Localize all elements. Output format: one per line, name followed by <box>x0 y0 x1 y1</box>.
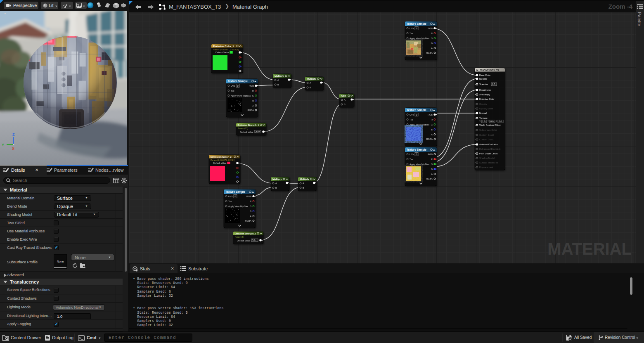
svg-text:RGB: RGB <box>249 85 254 87</box>
svg-text:Multiply: Multiply <box>307 78 316 80</box>
svg-text:M_FANTASYBOX_T3: M_FANTASYBOX_T3 <box>476 69 499 71</box>
svg-text:0: 0 <box>416 153 417 156</box>
svg-text:UVs: UVs <box>410 114 414 116</box>
svg-text:Z: Z <box>496 120 497 123</box>
svg-text:G: G <box>250 205 251 208</box>
svg-text:Base Color: Base Color <box>479 74 490 76</box>
svg-text:Texture Sample: Texture Sample <box>225 190 245 194</box>
svg-text:Multiply: Multiply <box>300 178 309 180</box>
svg-text:Emission Strength_2: Emission Strength_2 <box>235 232 256 235</box>
svg-text:B: B <box>431 42 433 45</box>
svg-text:Opacity: Opacity <box>479 103 487 105</box>
svg-text:Texture Sample: Texture Sample <box>228 80 248 83</box>
svg-text:0: 0 <box>237 85 239 87</box>
svg-text:Default Value: Default Value <box>237 239 251 242</box>
svg-text:B: B <box>310 86 311 89</box>
svg-text:G: G <box>431 163 433 166</box>
svg-text:Tex: Tex <box>410 158 413 161</box>
svg-text:RGB: RGB <box>428 153 433 156</box>
svg-text:Anisotropy: Anisotropy <box>479 93 490 96</box>
svg-text:Default Value: Default Value <box>240 131 253 133</box>
svg-text:A: A <box>344 99 346 101</box>
svg-text:Multiply: Multiply <box>272 178 282 180</box>
svg-text:Apply View MipBias: Apply View MipBias <box>231 95 251 97</box>
svg-text:0.0: 0.0 <box>499 120 502 123</box>
svg-text:R: R <box>431 118 433 121</box>
svg-text:0.5: 0.5 <box>492 83 495 85</box>
svg-text:Apply View MipBias: Apply View MipBias <box>410 123 429 126</box>
svg-text:A: A <box>431 47 433 50</box>
svg-text:Add: Add <box>341 95 346 97</box>
svg-text:B: B <box>303 187 304 189</box>
svg-text:RGBA: RGBA <box>245 220 251 222</box>
svg-text:A: A <box>277 79 279 81</box>
svg-text:Apply View MipBias: Apply View MipBias <box>410 37 429 40</box>
svg-text:R: R <box>252 90 254 92</box>
svg-text:G: G <box>431 123 433 126</box>
svg-text:Tex: Tex <box>228 200 232 203</box>
svg-text:Refraction (Disabled): Refraction (Disabled) <box>479 148 501 150</box>
svg-text:X: X <box>12 147 14 151</box>
svg-text:A: A <box>431 173 433 175</box>
svg-text:World Position Offset: World Position Offset <box>479 124 501 126</box>
svg-text:0.0: 0.0 <box>490 120 494 123</box>
svg-text:A: A <box>431 133 433 136</box>
svg-text:Param (25): Param (25) <box>238 127 248 130</box>
svg-text:Param (1,0.00672,0.024,1): Param (1,0.00672,0.024,1) <box>211 159 235 161</box>
svg-text:Custom Data1: Custom Data1 <box>479 138 494 141</box>
svg-text:RGB: RGB <box>428 114 433 116</box>
svg-text:B: B <box>250 210 251 213</box>
svg-text:Apply View MipBias: Apply View MipBias <box>410 163 429 166</box>
svg-text:B: B <box>252 99 254 102</box>
svg-text:A: A <box>250 215 251 218</box>
svg-text:RGBA: RGBA <box>426 177 433 180</box>
svg-text:0: 0 <box>416 114 417 116</box>
svg-text:Specular: Specular <box>479 83 488 85</box>
svg-text:Normal: Normal <box>479 112 487 114</box>
svg-text:Ambient Occlusion: Ambient Occlusion <box>479 143 498 146</box>
svg-text:Emission Color_1: Emission Color_1 <box>213 45 234 47</box>
svg-text:B: B <box>275 187 277 189</box>
svg-text:Emission Strength_1: Emission Strength_1 <box>238 124 259 126</box>
svg-text:RGB: RGB <box>428 27 433 30</box>
svg-text:Emissive Color: Emissive Color <box>479 98 495 100</box>
svg-text:Metallic: Metallic <box>479 78 487 80</box>
svg-text:R: R <box>431 32 433 35</box>
svg-text:25.0: 25.0 <box>255 130 260 133</box>
svg-text:G: G <box>431 37 433 40</box>
svg-text:UVs: UVs <box>410 153 414 156</box>
svg-text:Tex: Tex <box>410 118 413 121</box>
svg-text:Z: Z <box>12 132 15 137</box>
svg-text:Tex: Tex <box>231 90 234 92</box>
svg-text:Displacement: Displacement <box>479 166 493 168</box>
svg-text:UVs: UVs <box>228 195 233 198</box>
svg-text:RGBA: RGBA <box>426 52 433 54</box>
svg-text:Texture Sample: Texture Sample <box>407 148 426 151</box>
svg-text:Param (0.00285,1,0.0776,1): Param (0.00285,1,0.0776,1) <box>213 48 239 51</box>
svg-text:Default Value: Default Value <box>213 162 227 164</box>
svg-text:5.0: 5.0 <box>252 239 256 241</box>
svg-text:Shading Model: Shading Model <box>479 157 495 159</box>
svg-text:A: A <box>303 182 304 185</box>
svg-text:Opacity Mask: Opacity Mask <box>479 107 493 110</box>
svg-text:Subsurface Color: Subsurface Color <box>479 129 497 131</box>
svg-text:B: B <box>344 103 346 106</box>
svg-text:0: 0 <box>416 27 417 30</box>
svg-text:R: R <box>431 158 433 161</box>
svg-text:UVs: UVs <box>410 27 414 30</box>
svg-text:A: A <box>252 104 254 107</box>
svg-text:UVs: UVs <box>231 85 235 87</box>
svg-text:Tex: Tex <box>410 32 413 35</box>
svg-text:Roughness: Roughness <box>479 89 491 91</box>
svg-text:A: A <box>310 82 311 84</box>
svg-text:Pixel Depth Offset: Pixel Depth Offset <box>479 152 498 155</box>
svg-text:RGB: RGB <box>246 195 251 198</box>
svg-text:Custom Data0: Custom Data0 <box>479 134 494 136</box>
svg-text:RGBA: RGBA <box>247 109 254 111</box>
svg-text:Multiply: Multiply <box>275 75 284 77</box>
svg-text:B: B <box>431 128 433 131</box>
svg-text:R: R <box>250 200 251 203</box>
svg-text:Surface Thickness: Surface Thickness <box>479 161 498 164</box>
svg-text:Texture Sample: Texture Sample <box>407 22 426 26</box>
svg-text:Texture Sample: Texture Sample <box>407 109 426 112</box>
